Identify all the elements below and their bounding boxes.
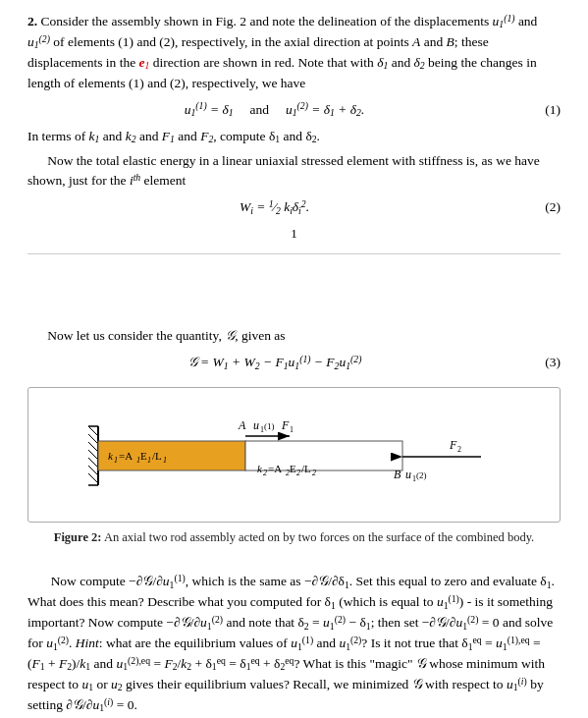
eq3-number: (3) — [521, 353, 561, 373]
svg-text:1: 1 — [290, 425, 294, 434]
figure-2-caption: Figure 2: An axial two rod assembly acte… — [27, 528, 561, 547]
problem-2-section: 2. Consider the assembly shown in Fig. 2… — [27, 12, 561, 716]
figure-label: Figure 2: — [54, 530, 102, 544]
svg-line-5 — [88, 442, 98, 452]
point-B: B — [447, 34, 454, 49]
figure-2-svg: k 1 =A 1 E 1 /L 1 k 2 =A 2 E 2 /L 2 A — [79, 402, 510, 510]
svg-text:1: 1 — [114, 456, 118, 465]
page-number: 1 — [27, 224, 561, 244]
eq2-number: (2) — [521, 197, 561, 218]
svg-text:F: F — [449, 438, 457, 452]
svg-text:(2): (2) — [416, 470, 427, 480]
svg-line-9 — [88, 473, 98, 483]
svg-line-4 — [88, 434, 98, 444]
svg-text:F: F — [281, 418, 290, 432]
e1-direction: e1 — [139, 55, 150, 70]
svg-text:E: E — [140, 450, 147, 462]
delta2: δ2 — [414, 55, 425, 70]
svg-text:=A: =A — [119, 450, 133, 462]
svg-text:2: 2 — [263, 469, 267, 477]
svg-text:1: 1 — [147, 456, 151, 465]
svg-text:E: E — [290, 463, 296, 474]
svg-text:2: 2 — [457, 445, 461, 454]
svg-text:A: A — [238, 418, 246, 432]
u1-superscript: u1(1) — [493, 14, 515, 28]
svg-text:u: u — [405, 468, 411, 481]
point-A: A — [412, 34, 420, 49]
svg-text:/L: /L — [301, 463, 311, 474]
eq1-content: u1(1) = δ1 and u1(2) = δ1 + δ2. — [27, 100, 521, 121]
delta1: δ1 — [377, 55, 388, 70]
equation-3: 𝒢 = W1 + W2 − F1u1(1) − F2u1(2) (3) — [27, 353, 561, 373]
eq2-content: Wi = 1⁄2 kiδi2. — [27, 197, 521, 218]
u2-superscript: u1(2) — [27, 34, 50, 49]
svg-text:B: B — [394, 468, 401, 481]
svg-text:=A: =A — [268, 463, 282, 474]
svg-text:2: 2 — [296, 469, 300, 477]
svg-text:2: 2 — [312, 469, 316, 477]
paragraph-1: 2. Consider the assembly shown in Fig. 2… — [27, 12, 561, 94]
problem-number: 2. — [27, 14, 37, 28]
figure-2-svg-wrapper: k 1 =A 1 E 1 /L 1 k 2 =A 2 E 2 /L 2 A — [42, 398, 546, 514]
svg-line-3 — [88, 426, 98, 436]
eq2-formula: Wi = 1⁄2 kiδi2. — [240, 199, 309, 214]
eq3-formula: 𝒢 = W1 + W2 − F1u1(1) − F2u1(2) — [187, 355, 362, 369]
svg-text:(1): (1) — [264, 421, 275, 431]
svg-line-8 — [88, 466, 98, 475]
paragraph-5: Now compute −∂𝒢/∂u1(1), which is the sam… — [27, 572, 561, 715]
paragraph-3: Now the total elastic energy in a linear… — [27, 151, 561, 193]
equation-2: Wi = 1⁄2 kiδi2. (2) — [27, 197, 561, 218]
page-divider — [27, 253, 561, 254]
figure-2-box: k 1 =A 1 E 1 /L 1 k 2 =A 2 E 2 /L 2 A — [27, 387, 561, 523]
eq3-content: 𝒢 = W1 + W2 − F1u1(1) − F2u1(2) — [27, 353, 521, 373]
svg-line-6 — [88, 450, 98, 460]
svg-text:/L: /L — [152, 450, 162, 462]
eq1-right: u1(2) = δ1 + δ2. — [286, 102, 364, 117]
svg-line-7 — [88, 458, 98, 468]
svg-text:u: u — [253, 418, 259, 432]
svg-text:1: 1 — [163, 456, 167, 465]
eq1-left: u1(1) = δ1 — [185, 102, 237, 117]
equation-1: u1(1) = δ1 and u1(2) = δ1 + δ2. (1) — [27, 100, 561, 121]
eq1-number: (1) — [521, 100, 561, 121]
paragraph-4: Now let us consider the quantity, 𝒢, giv… — [27, 326, 561, 347]
paragraph-2: In terms of k1 and k2 and F1 and F2, com… — [27, 127, 561, 147]
